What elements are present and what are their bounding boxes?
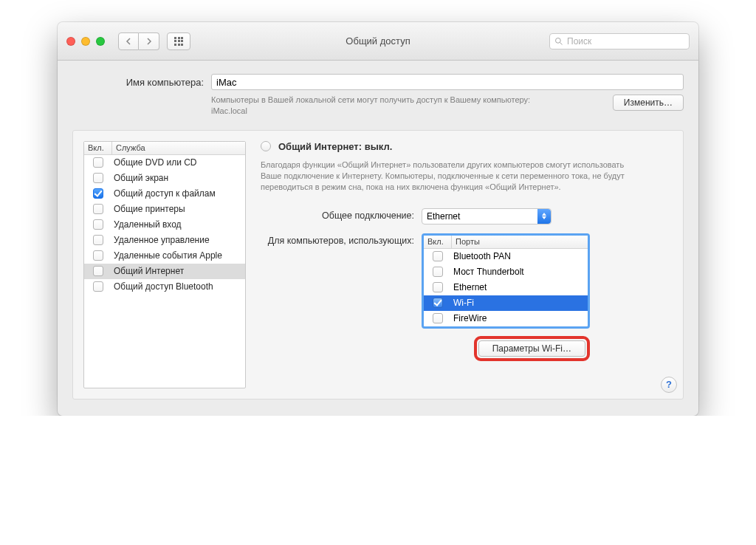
detail-description: Благодаря функции «Общий Интернет» польз… bbox=[261, 160, 645, 193]
port-checkbox[interactable] bbox=[433, 267, 443, 277]
services-list: Вкл. Служба Общие DVD или CDОбщий экранО… bbox=[83, 141, 246, 388]
port-checkbox[interactable] bbox=[433, 282, 443, 292]
share-from-row: Общее подключение: Ethernet bbox=[261, 208, 673, 224]
service-checkbox[interactable] bbox=[93, 219, 103, 230]
port-checkbox[interactable] bbox=[433, 251, 443, 261]
service-row[interactable]: Удаленный вход bbox=[84, 217, 245, 233]
service-checkbox[interactable] bbox=[93, 235, 103, 245]
search-placeholder: Поиск bbox=[567, 36, 591, 47]
ports-body: Bluetooth PANМост ThunderboltEthernetWi-… bbox=[424, 249, 588, 326]
service-row[interactable]: Общий доступ к файлам bbox=[84, 186, 245, 202]
port-label: Ethernet bbox=[452, 282, 588, 292]
service-checkbox[interactable] bbox=[93, 204, 103, 214]
ports-col-enabled: Вкл. bbox=[424, 236, 452, 248]
close-icon[interactable] bbox=[66, 37, 75, 46]
service-detail: Общий Интернет: выкл. Благодаря функции … bbox=[261, 141, 673, 388]
computer-name-label: Имя компьютера: bbox=[72, 77, 204, 88]
status-radio[interactable] bbox=[261, 141, 271, 151]
computer-name-subrow: Компьютеры в Вашей локальной сети могут … bbox=[72, 95, 684, 117]
detail-header: Общий Интернет: выкл. bbox=[261, 141, 673, 152]
computer-name-row: Имя компьютера: bbox=[72, 74, 684, 90]
ports-header: Вкл. Порты bbox=[424, 236, 588, 249]
service-row[interactable]: Удаленное управление bbox=[84, 233, 245, 248]
port-row[interactable]: Ethernet bbox=[424, 280, 588, 295]
content-area: Имя компьютера: Компьютеры в Вашей локал… bbox=[58, 61, 698, 416]
computer-name-description: Компьютеры в Вашей локальной сети могут … bbox=[211, 95, 536, 117]
share-from-value: Ethernet bbox=[427, 211, 460, 222]
service-row[interactable]: Удаленные события Apple bbox=[84, 248, 245, 264]
svg-line-1 bbox=[560, 42, 563, 44]
back-button[interactable] bbox=[118, 32, 139, 50]
window-controls bbox=[66, 37, 105, 46]
service-label: Общий экран bbox=[112, 173, 245, 183]
service-label: Удаленный вход bbox=[112, 219, 245, 230]
port-checkbox[interactable] bbox=[433, 298, 443, 308]
to-computers-label: Для компьютеров, использующих: bbox=[261, 233, 422, 361]
port-row[interactable]: Мост Thunderbolt bbox=[424, 264, 588, 280]
titlebar: Общий доступ Поиск bbox=[58, 22, 698, 61]
share-from-label: Общее подключение: bbox=[261, 208, 422, 224]
service-row[interactable]: Общие DVD или CD bbox=[84, 155, 245, 171]
to-computers-row: Для компьютеров, использующих: Вкл. Порт… bbox=[261, 233, 673, 361]
service-label: Общий Интернет bbox=[112, 266, 245, 276]
show-all-button[interactable] bbox=[167, 32, 190, 50]
port-label: Мост Thunderbolt bbox=[452, 267, 588, 277]
computer-name-field[interactable] bbox=[211, 74, 684, 90]
zoom-icon[interactable] bbox=[96, 37, 105, 46]
svg-point-0 bbox=[556, 38, 561, 43]
col-service: Служба bbox=[112, 142, 245, 154]
ports-list: Вкл. Порты Bluetooth PANМост Thunderbolt… bbox=[422, 233, 590, 329]
service-checkbox[interactable] bbox=[93, 157, 103, 168]
port-label: FireWire bbox=[452, 313, 588, 323]
service-row[interactable]: Общий доступ Bluetooth bbox=[84, 279, 245, 295]
help-button[interactable]: ? bbox=[661, 377, 677, 393]
service-label: Удаленное управление bbox=[112, 235, 245, 245]
services-body: Общие DVD или CDОбщий экранОбщий доступ … bbox=[84, 155, 245, 388]
chevron-left-icon bbox=[126, 38, 131, 45]
port-checkbox[interactable] bbox=[433, 313, 443, 323]
toolbar-navigation bbox=[118, 32, 159, 50]
wifi-options-highlight: Параметры Wi-Fi… bbox=[474, 336, 590, 361]
service-label: Общие принтеры bbox=[112, 204, 245, 214]
service-checkbox[interactable] bbox=[93, 250, 103, 261]
service-row[interactable]: Общий экран bbox=[84, 171, 245, 186]
sharing-preferences-window: Общий доступ Поиск Имя компьютера: Компь… bbox=[58, 22, 698, 416]
services-header: Вкл. Служба bbox=[84, 142, 245, 155]
port-row[interactable]: Bluetooth PAN bbox=[424, 249, 588, 264]
service-row[interactable]: Общие принтеры bbox=[84, 202, 245, 217]
service-label: Общий доступ к файлам bbox=[112, 188, 245, 199]
wifi-options-button[interactable]: Параметры Wi-Fi… bbox=[478, 340, 585, 357]
service-checkbox[interactable] bbox=[93, 281, 103, 292]
select-arrows-icon bbox=[537, 209, 551, 224]
port-row[interactable]: Wi-Fi bbox=[424, 295, 588, 311]
sharing-panel: Вкл. Служба Общие DVD или CDОбщий экранО… bbox=[72, 130, 684, 400]
service-label: Общие DVD или CD bbox=[112, 157, 245, 168]
port-row[interactable]: FireWire bbox=[424, 311, 588, 326]
search-icon bbox=[554, 37, 563, 46]
grid-icon bbox=[174, 37, 183, 46]
wifi-options-row: Параметры Wi-Fi… bbox=[422, 336, 590, 361]
forward-button[interactable] bbox=[139, 32, 159, 50]
col-enabled: Вкл. bbox=[84, 142, 112, 154]
ports-col-name: Порты bbox=[452, 236, 588, 248]
service-checkbox[interactable] bbox=[93, 266, 103, 276]
service-label: Удаленные события Apple bbox=[112, 250, 245, 261]
edit-button[interactable]: Изменить… bbox=[613, 95, 684, 111]
service-label: Общий доступ Bluetooth bbox=[112, 281, 245, 292]
service-checkbox[interactable] bbox=[93, 188, 103, 199]
port-label: Wi-Fi bbox=[452, 298, 588, 308]
minimize-icon[interactable] bbox=[81, 37, 90, 46]
port-label: Bluetooth PAN bbox=[452, 251, 588, 261]
service-checkbox[interactable] bbox=[93, 173, 103, 183]
detail-title: Общий Интернет: выкл. bbox=[278, 141, 392, 152]
chevron-right-icon bbox=[146, 38, 152, 45]
service-row[interactable]: Общий Интернет bbox=[84, 264, 245, 279]
share-from-select[interactable]: Ethernet bbox=[422, 208, 551, 224]
search-field[interactable]: Поиск bbox=[549, 33, 690, 49]
detail-form: Общее подключение: Ethernet Для компьюте… bbox=[261, 208, 673, 361]
